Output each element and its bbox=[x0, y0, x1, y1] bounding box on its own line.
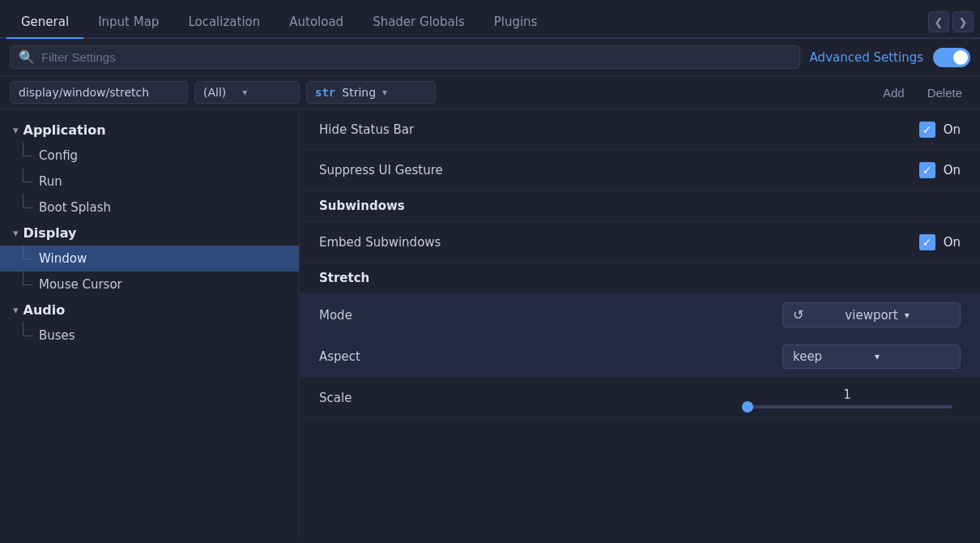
chevron-left-icon: ❮ bbox=[935, 16, 944, 28]
right-panel: Hide Status Bar ✓ On Suppress UI Gesture… bbox=[300, 109, 980, 539]
sidebar-item-buses[interactable]: Buses bbox=[0, 323, 299, 348]
tab-localization[interactable]: Localization bbox=[173, 6, 275, 39]
tab-bar: General Input Map Localization Autoload … bbox=[0, 0, 980, 39]
str-badge: str bbox=[315, 86, 335, 99]
checkmark-icon2: ✓ bbox=[922, 164, 932, 177]
hide-status-bar-checkbox[interactable]: ✓ bbox=[919, 122, 935, 138]
audio-chevron-icon: ▾ bbox=[13, 304, 19, 316]
sidebar-item-window[interactable]: Window bbox=[0, 246, 299, 272]
stretch-section-header: Stretch bbox=[300, 263, 980, 294]
tab-nav-arrows: ❮ ❯ bbox=[928, 11, 974, 37]
mode-dropdown[interactable]: ↺ viewport ▾ bbox=[782, 302, 961, 327]
sidebar-item-mouse-cursor[interactable]: Mouse Cursor bbox=[0, 272, 299, 297]
suppress-ui-gesture-label: Suppress UI Gesture bbox=[319, 163, 919, 177]
mode-row[interactable]: Mode ↺ viewport ▾ bbox=[300, 294, 980, 336]
scale-label: Scale bbox=[319, 391, 734, 405]
sidebar-section-audio-label: Audio bbox=[23, 302, 66, 318]
aspect-chevron-icon: ▾ bbox=[875, 351, 950, 362]
checkmark-icon: ✓ bbox=[922, 123, 932, 136]
aspect-row[interactable]: Aspect keep ▾ bbox=[300, 336, 980, 378]
delete-button[interactable]: Delete bbox=[919, 82, 970, 104]
sidebar-section-application[interactable]: ▾ Application bbox=[0, 118, 299, 143]
mode-chevron-icon: ▾ bbox=[905, 310, 950, 321]
subwindows-section-header: Subwindows bbox=[300, 190, 980, 222]
filter-input[interactable] bbox=[41, 50, 791, 64]
embed-subwindows-checkbox[interactable]: ✓ bbox=[919, 234, 935, 250]
sidebar-item-boot-splash[interactable]: Boot Splash bbox=[0, 195, 299, 220]
tab-next-button[interactable]: ❯ bbox=[952, 11, 974, 32]
sidebar: ▾ Application Config Run Boot Splash ▾ D… bbox=[0, 109, 300, 539]
scale-row[interactable]: Scale 1 bbox=[300, 378, 980, 418]
sidebar-section-application-label: Application bbox=[23, 122, 106, 138]
embed-subwindows-row[interactable]: Embed Subwindows ✓ On bbox=[300, 222, 980, 263]
tab-prev-button[interactable]: ❮ bbox=[928, 11, 949, 32]
filter-all-chevron: ▾ bbox=[242, 87, 247, 98]
sidebar-section-audio[interactable]: ▾ Audio bbox=[0, 297, 299, 323]
advanced-settings-label: Advanced Settings bbox=[810, 50, 923, 65]
property-bar: display/window/stretch (All) ▾ str Strin… bbox=[0, 76, 980, 109]
toggle-switch[interactable] bbox=[933, 48, 970, 67]
filter-input-wrap[interactable]: 🔍 bbox=[10, 45, 800, 69]
hide-status-bar-on-label: On bbox=[944, 122, 961, 137]
suppress-ui-gesture-checkbox[interactable]: ✓ bbox=[919, 162, 935, 178]
filter-bar: 🔍 Advanced Settings bbox=[0, 39, 980, 76]
aspect-dropdown[interactable]: keep ▾ bbox=[782, 344, 961, 369]
embed-subwindows-label: Embed Subwindows bbox=[319, 235, 919, 250]
type-dropdown[interactable]: str String ▾ bbox=[306, 81, 436, 104]
mode-reset-icon[interactable]: ↺ bbox=[793, 307, 838, 323]
sidebar-item-config[interactable]: Config bbox=[0, 143, 299, 169]
add-button[interactable]: Add bbox=[875, 82, 913, 104]
advanced-settings-toggle[interactable] bbox=[933, 48, 970, 67]
suppress-ui-gesture-on-label: On bbox=[944, 163, 961, 177]
property-path: display/window/stretch bbox=[10, 81, 188, 104]
filter-all-label: (All) bbox=[203, 86, 226, 99]
scale-value-area: 1 bbox=[734, 387, 961, 408]
scale-slider[interactable] bbox=[742, 405, 952, 408]
mode-label: Mode bbox=[319, 308, 782, 323]
stretch-label: Stretch bbox=[319, 271, 369, 285]
suppress-ui-gesture-value: ✓ On bbox=[919, 162, 961, 178]
tab-input-map[interactable]: Input Map bbox=[83, 6, 173, 39]
sidebar-section-display-label: Display bbox=[23, 225, 77, 241]
embed-subwindows-on-label: On bbox=[944, 235, 961, 250]
suppress-ui-gesture-row[interactable]: Suppress UI Gesture ✓ On bbox=[300, 150, 980, 190]
sidebar-section-display[interactable]: ▾ Display bbox=[0, 220, 299, 246]
filter-all-dropdown[interactable]: (All) ▾ bbox=[194, 81, 300, 104]
main-content: ▾ Application Config Run Boot Splash ▾ D… bbox=[0, 109, 980, 539]
hide-status-bar-label: Hide Status Bar bbox=[319, 122, 919, 137]
scale-slider-thumb[interactable] bbox=[742, 401, 753, 413]
chevron-right-icon: ❯ bbox=[959, 16, 968, 28]
scale-number: 1 bbox=[843, 387, 851, 402]
tab-general[interactable]: General bbox=[6, 6, 83, 39]
tab-plugins[interactable]: Plugins bbox=[479, 6, 552, 39]
subwindows-label: Subwindows bbox=[319, 199, 405, 213]
embed-subwindows-value: ✓ On bbox=[919, 234, 961, 250]
sidebar-item-run[interactable]: Run bbox=[0, 169, 299, 195]
type-label: String bbox=[342, 86, 376, 99]
type-chevron: ▾ bbox=[382, 87, 387, 98]
tab-autoload[interactable]: Autoload bbox=[275, 6, 358, 39]
hide-status-bar-row[interactable]: Hide Status Bar ✓ On bbox=[300, 109, 980, 150]
hide-status-bar-value: ✓ On bbox=[919, 122, 961, 138]
application-chevron-icon: ▾ bbox=[13, 124, 19, 136]
checkmark-icon3: ✓ bbox=[922, 236, 932, 249]
display-chevron-icon: ▾ bbox=[13, 227, 19, 239]
tab-shader-globals[interactable]: Shader Globals bbox=[358, 6, 479, 39]
search-icon: 🔍 bbox=[19, 49, 35, 65]
mode-value: viewport bbox=[845, 308, 897, 323]
aspect-value: keep bbox=[793, 349, 868, 364]
aspect-label: Aspect bbox=[319, 349, 782, 364]
